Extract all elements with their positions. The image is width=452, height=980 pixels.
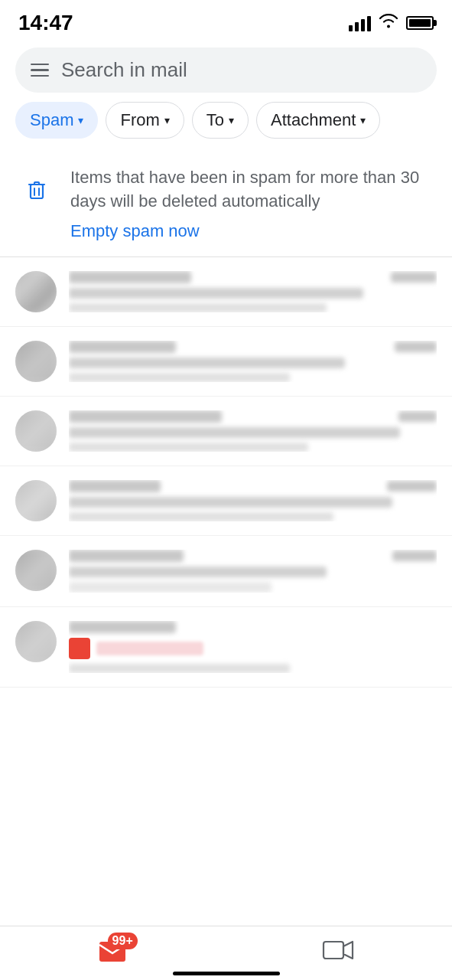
email-content — [69, 341, 437, 382]
empty-spam-button[interactable]: Empty spam now — [70, 221, 200, 241]
spam-text-block: Items that have been in spam for more th… — [70, 166, 434, 241]
avatar — [15, 341, 57, 382]
search-bar[interactable]: Search in mail — [15, 47, 437, 93]
chip-to[interactable]: To ▾ — [192, 102, 249, 139]
email-subject — [69, 497, 392, 508]
email-date — [398, 411, 437, 422]
spam-notice: Items that have been in spam for more th… — [0, 151, 452, 256]
email-item[interactable] — [0, 397, 452, 466]
email-body — [69, 512, 333, 521]
chip-spam[interactable]: Spam ▾ — [15, 102, 98, 139]
sender-name — [69, 550, 184, 562]
mail-icon: 99+ — [98, 940, 127, 963]
email-item[interactable] — [0, 536, 452, 607]
email-list — [0, 257, 452, 688]
email-date — [387, 481, 437, 492]
filter-chips: Spam ▾ From ▾ To ▾ Attachment ▾ — [0, 102, 452, 151]
chevron-down-icon: ▾ — [360, 114, 366, 126]
email-date — [395, 341, 437, 352]
avatar — [15, 271, 57, 312]
trash-icon — [18, 169, 55, 206]
chevron-down-icon: ▾ — [229, 114, 234, 126]
status-bar: 14:47 — [0, 0, 452, 41]
signal-icon — [349, 15, 371, 31]
nav-video[interactable] — [322, 939, 354, 965]
spam-description: Items that have been in spam for more th… — [70, 166, 434, 214]
status-time: 14:47 — [18, 11, 73, 35]
avatar — [15, 410, 57, 452]
chip-to-label: To — [206, 110, 224, 130]
email-date — [392, 550, 437, 561]
email-item[interactable] — [0, 607, 452, 688]
email-body — [69, 303, 327, 312]
sender-name — [69, 480, 161, 492]
chip-attachment[interactable]: Attachment ▾ — [256, 102, 380, 139]
email-item[interactable] — [0, 466, 452, 536]
email-body — [69, 582, 272, 593]
battery-icon — [406, 16, 434, 30]
search-container: Search in mail — [0, 41, 452, 102]
email-subject — [69, 567, 327, 577]
email-content — [69, 480, 437, 521]
chip-attachment-label: Attachment — [271, 110, 356, 130]
email-content — [69, 550, 437, 593]
home-indicator — [173, 972, 280, 975]
video-icon — [322, 939, 354, 965]
chip-spam-label: Spam — [30, 110, 73, 130]
email-body — [69, 443, 308, 452]
wifi-icon — [379, 13, 398, 33]
label-tag-red — [69, 638, 90, 659]
sender-name — [69, 410, 222, 423]
email-content — [69, 271, 437, 312]
email-subject — [69, 358, 345, 368]
hamburger-icon[interactable] — [31, 64, 49, 77]
svg-rect-0 — [31, 185, 43, 198]
chip-from-label: From — [120, 110, 159, 130]
nav-mail[interactable]: 99+ — [98, 940, 127, 963]
email-body — [69, 373, 290, 382]
email-subject — [69, 427, 400, 438]
mail-badge: 99+ — [108, 933, 138, 949]
chevron-down-icon: ▾ — [78, 114, 83, 126]
avatar — [15, 550, 57, 591]
status-icons — [349, 13, 434, 33]
email-body — [69, 664, 290, 673]
email-content — [69, 410, 437, 452]
svg-rect-5 — [324, 942, 343, 959]
email-subject — [69, 288, 363, 299]
email-item[interactable] — [0, 257, 452, 327]
chevron-down-icon: ▾ — [164, 114, 170, 126]
avatar — [15, 480, 57, 521]
label-tag-pink — [96, 642, 203, 655]
email-date — [391, 272, 437, 283]
chip-from[interactable]: From ▾ — [106, 102, 184, 139]
email-item[interactable] — [0, 327, 452, 397]
search-placeholder[interactable]: Search in mail — [61, 58, 187, 82]
email-content — [69, 621, 437, 673]
sender-name — [69, 621, 176, 633]
sender-name — [69, 271, 191, 283]
sender-name — [69, 341, 176, 353]
avatar — [15, 621, 57, 662]
